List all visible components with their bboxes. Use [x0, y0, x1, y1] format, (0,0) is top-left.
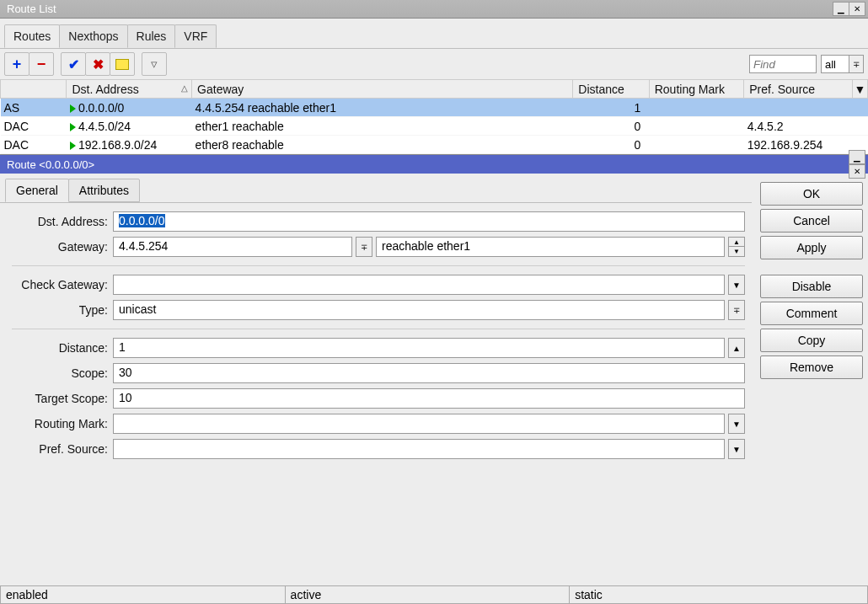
tab-vrf[interactable]: VRF [174, 24, 217, 48]
type-drop-button[interactable]: ∓ [728, 300, 745, 320]
sort-indicator-icon: △ [181, 83, 188, 93]
route-edit-status-bar: enabled active static [0, 585, 868, 604]
route-list-title: Route List [3, 3, 56, 15]
cancel-button[interactable]: Cancel [760, 209, 863, 233]
col-menu-button[interactable]: ▼ [852, 80, 867, 99]
route-list-tabs: Routes Nexthops Rules VRF [0, 19, 868, 48]
gateway-spinner[interactable]: ▲▼ [728, 237, 745, 257]
route-edit-titlebar: Route <0.0.0.0/0> ▁ ✕ [0, 155, 868, 174]
route-icon [70, 104, 76, 113]
route-list-titlebar: Route List ▁ ✕ [0, 0, 868, 19]
label-pref-source: Pref. Source: [7, 442, 113, 456]
table-row[interactable]: DAC4.4.5.0/24ether1 reachable04.4.5.2 [1, 117, 868, 136]
cell-gateway: ether1 reachable [192, 117, 573, 136]
gateway-drop-button[interactable]: ∓ [356, 237, 372, 257]
cell-gateway: 4.4.5.254 reachable ether1 [192, 99, 573, 117]
col-flags[interactable] [1, 80, 67, 99]
table-row[interactable]: DAC192.168.9.0/24ether8 reachable0192.16… [1, 136, 868, 154]
tab-rules[interactable]: Rules [127, 24, 176, 48]
route-list-toolbar: + − ✔ ✖ ▿ all ∓ [0, 48, 868, 79]
cell-routing-mark [649, 117, 744, 136]
table-row[interactable]: AS0.0.0.0/04.4.5.254 reachable ether11 [1, 99, 868, 117]
status-active: active [286, 586, 571, 604]
cell-pref-source [744, 99, 853, 117]
route-icon [70, 142, 76, 150]
add-button[interactable]: + [4, 52, 29, 76]
remove-action-button[interactable]: Remove [760, 355, 863, 379]
label-scope: Scope: [7, 366, 113, 380]
tab-attributes[interactable]: Attributes [68, 179, 140, 202]
route-list-minimize-button[interactable]: ▁ [833, 2, 849, 16]
tab-routes[interactable]: Routes [4, 24, 60, 48]
tab-general[interactable]: General [5, 179, 69, 202]
col-routing-mark[interactable]: Routing Mark [649, 80, 744, 99]
route-edit-minimize-button[interactable]: ▁ [849, 150, 865, 164]
pref-source-input[interactable] [113, 439, 725, 459]
distance-collapse-button[interactable]: ▲ [728, 338, 745, 358]
comment-action-button[interactable]: Comment [760, 302, 863, 325]
target-scope-input[interactable]: 10 [113, 388, 745, 409]
gateway-status-field[interactable]: reachable ether1 [376, 237, 725, 257]
status-static: static [570, 586, 868, 604]
funnel-icon: ▿ [151, 56, 158, 72]
find-input[interactable] [749, 55, 817, 73]
route-list-close-button[interactable]: ✕ [849, 2, 865, 16]
dst-address-input[interactable]: 0.0.0.0/0 [113, 211, 745, 232]
cell-gateway: ether8 reachable [192, 136, 573, 154]
label-type: Type: [7, 303, 113, 317]
col-distance[interactable]: Distance [573, 80, 649, 99]
copy-button[interactable]: Copy [760, 329, 863, 352]
route-edit-title: Route <0.0.0.0/0> [3, 158, 94, 171]
cell-pref-source: 192.168.9.254 [744, 136, 853, 154]
cell-distance: 0 [573, 136, 649, 154]
routing-mark-input[interactable] [113, 414, 725, 434]
route-table: Dst. Address△ Gateway Distance Routing M… [0, 79, 868, 154]
cell-routing-mark [649, 99, 744, 117]
cell-routing-mark [649, 136, 744, 154]
route-icon [70, 123, 76, 131]
filter-select[interactable]: all [821, 55, 849, 73]
cell-dst: 4.4.5.0/24 [67, 117, 192, 136]
scope-input[interactable]: 30 [113, 363, 745, 383]
ok-button[interactable]: OK [760, 182, 863, 206]
routing-mark-drop-button[interactable]: ▼ [728, 414, 745, 434]
apply-button[interactable]: Apply [760, 236, 863, 259]
cell-distance: 1 [573, 99, 649, 117]
distance-input[interactable]: 1 [113, 338, 725, 358]
plus-icon: + [13, 56, 22, 73]
remove-button[interactable]: − [29, 52, 54, 76]
disable-button[interactable]: ✖ [85, 52, 110, 76]
x-icon: ✖ [93, 56, 104, 72]
col-dst-address[interactable]: Dst. Address△ [67, 80, 192, 99]
label-distance: Distance: [7, 341, 113, 355]
label-dst-address: Dst. Address: [7, 215, 113, 228]
minus-icon: − [37, 56, 46, 73]
cell-flags: AS [1, 99, 67, 117]
pref-source-drop-button[interactable]: ▼ [728, 439, 745, 459]
tab-nexthops[interactable]: Nexthops [59, 24, 127, 48]
col-gateway[interactable]: Gateway [192, 80, 573, 99]
cell-dst: 192.168.9.0/24 [67, 136, 192, 154]
disable-action-button[interactable]: Disable [760, 275, 863, 298]
type-input[interactable]: unicast [113, 300, 725, 320]
col-pref-source[interactable]: Pref. Source [744, 80, 853, 99]
cell-pref-source: 4.4.5.2 [744, 117, 853, 136]
label-gateway: Gateway: [7, 240, 113, 254]
cell-flags: DAC [1, 136, 67, 154]
gateway-input[interactable]: 4.4.5.254 [113, 237, 352, 257]
label-routing-mark: Routing Mark: [7, 417, 113, 430]
label-check-gateway: Check Gateway: [7, 278, 113, 291]
enable-button[interactable]: ✔ [61, 52, 86, 76]
cell-flags: DAC [1, 117, 67, 136]
status-enabled: enabled [0, 586, 286, 604]
check-gateway-drop-button[interactable]: ▼ [728, 275, 745, 295]
cell-dst: 0.0.0.0/0 [67, 99, 192, 117]
comment-button[interactable] [110, 52, 135, 76]
check-icon: ✔ [68, 56, 79, 72]
cell-spacer [852, 117, 867, 136]
cell-distance: 0 [573, 117, 649, 136]
check-gateway-input[interactable] [113, 275, 725, 295]
filter-select-drop-button[interactable]: ∓ [849, 55, 864, 73]
note-icon [115, 59, 129, 70]
filter-button[interactable]: ▿ [142, 52, 167, 76]
